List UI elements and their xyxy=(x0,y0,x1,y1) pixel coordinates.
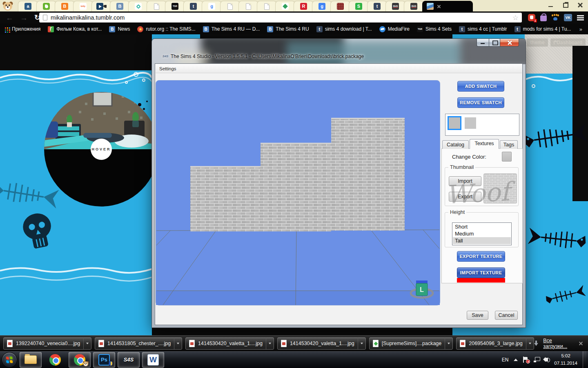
show-desktop-button[interactable] xyxy=(583,351,586,368)
download-item-menu-chevron[interactable] xyxy=(84,343,91,344)
bookmark-item[interactable]: ГФильм Кожа, в кот... xyxy=(48,26,102,32)
save-button[interactable]: Save xyxy=(467,311,488,320)
cancel-button[interactable]: Cancel xyxy=(495,311,518,320)
tumblr-dashboard-button[interactable]: Dashboard xyxy=(550,38,586,47)
add-swatch-button[interactable]: ADD SWATCH xyxy=(457,81,504,92)
browser-tab[interactable]: TSR xyxy=(165,1,185,11)
download-item-menu-chevron[interactable] xyxy=(526,343,534,344)
back-button[interactable]: ← xyxy=(6,14,13,22)
dog-avatar[interactable] xyxy=(2,0,13,11)
hidden-icons-chevron[interactable] xyxy=(514,359,518,361)
shopping-bag-extension-icon[interactable] xyxy=(540,16,547,21)
download-item[interactable]: [SupremeSims]....package xyxy=(369,337,453,350)
swatch-selected[interactable] xyxy=(448,116,461,130)
adblock-icon[interactable]: 1 xyxy=(528,14,535,21)
browser-tab[interactable]: g xyxy=(202,1,222,11)
taskbar-chrome-profile[interactable] xyxy=(69,352,91,368)
download-item[interactable]: 206954096_3_large.jpg xyxy=(456,337,534,350)
bookmark-item[interactable]: BThe Sims 4 RU — D... xyxy=(203,26,260,32)
volume-icon[interactable] xyxy=(545,358,548,361)
taskbar-explorer[interactable] xyxy=(20,352,42,368)
height-option-short[interactable]: Short xyxy=(453,223,511,230)
maximize-button[interactable] xyxy=(489,39,500,47)
browser-tab[interactable] xyxy=(36,1,56,11)
bookmark-item[interactable]: tsims 4 cc | Tumblr xyxy=(459,26,507,32)
browser-tab[interactable] xyxy=(275,1,295,11)
browser-tab[interactable]: B xyxy=(110,1,130,11)
tab-catalog[interactable]: Catalog xyxy=(442,140,469,149)
download-item-menu-chevron[interactable] xyxy=(174,343,182,344)
swatch[interactable] xyxy=(465,117,476,129)
bookmark-item[interactable]: BThe Sims 4 RU xyxy=(267,26,309,32)
browser-tab[interactable] xyxy=(128,1,148,11)
bookmark-item[interactable]: tmods for sims 4 | Tu... xyxy=(514,26,571,32)
height-option-medium[interactable]: Medium xyxy=(453,230,511,237)
browser-tab[interactable]: t xyxy=(367,1,387,11)
bookmarks-overflow-chevron[interactable]: » xyxy=(579,26,582,32)
paw-extension-icon[interactable] xyxy=(552,14,559,21)
browser-tab[interactable]: B xyxy=(55,1,75,11)
color-swatch-button[interactable] xyxy=(502,152,512,162)
browser-tab[interactable]: R xyxy=(294,1,314,11)
bookmark-item[interactable]: BNews xyxy=(109,26,130,32)
action-center-flag-icon[interactable] xyxy=(523,357,528,363)
browser-tab[interactable]: t xyxy=(183,1,203,11)
bookmark-item[interactable]: ★rutor.org :: The SIMS... xyxy=(137,26,195,32)
language-indicator[interactable]: EN xyxy=(502,357,509,363)
menu-settings[interactable]: Settings xyxy=(156,66,180,71)
download-item[interactable]: 1414530420_valetta_1....jpg xyxy=(185,337,274,350)
remove-swatch-button[interactable]: REMOVE SWATCH xyxy=(457,97,504,108)
show-all-downloads-link[interactable]: Все загрузки... xyxy=(543,338,572,349)
tab-textures[interactable]: Textures xyxy=(470,139,499,149)
downloads-bar-close-icon[interactable] xyxy=(579,341,582,346)
download-item[interactable]: 1392240740_venecia0....jpg xyxy=(3,337,91,350)
import-texture-button[interactable]: IMPORT TEXTURE xyxy=(457,267,505,278)
thumbnail-import-button[interactable]: Import xyxy=(449,176,481,186)
start-button[interactable] xyxy=(2,352,17,368)
browser-tab[interactable]: a xyxy=(18,1,38,11)
browser-tab[interactable]: S xyxy=(349,1,369,11)
download-item-menu-chevron[interactable] xyxy=(266,343,274,344)
browser-tab[interactable] xyxy=(220,1,240,11)
browser-tab[interactable] xyxy=(147,1,167,11)
download-item[interactable]: 1414531805_chester_....jpg xyxy=(95,337,182,350)
taskbar-word[interactable]: W xyxy=(142,352,164,368)
minimize-button[interactable] xyxy=(477,39,489,47)
bookmark-item[interactable]: MediaFire xyxy=(379,26,410,32)
network-icon[interactable] xyxy=(534,357,540,362)
export-texture-button[interactable]: EXPORT TEXTURE xyxy=(457,251,505,262)
download-item[interactable]: 1414530420_valetta_1....jpg xyxy=(277,337,366,350)
model-viewport[interactable]: L xyxy=(156,80,440,305)
taskbar-photoshop[interactable]: Ps xyxy=(93,352,115,368)
clock[interactable]: 5:02 07.11.2014 xyxy=(554,352,577,367)
hover-badge[interactable]: HOVER xyxy=(91,139,112,160)
tab-tags[interactable]: Tags xyxy=(500,140,518,149)
browser-minimize-icon[interactable] xyxy=(546,2,556,8)
browser-tab[interactable]: g xyxy=(312,1,332,11)
thumbnail-export-button[interactable]: Export xyxy=(449,192,481,202)
height-listbox[interactable]: ShortMediumTall xyxy=(452,222,512,245)
bookmark-item[interactable]: tsims 4 download | T... xyxy=(316,26,372,32)
tumblr-theme-button[interactable]: theme xyxy=(527,38,548,47)
window-titlebar[interactable] xyxy=(152,39,526,64)
avatar-hover-overlay[interactable]: HOVER xyxy=(44,92,158,206)
browser-tab-active[interactable] xyxy=(422,1,473,11)
close-button[interactable] xyxy=(500,39,519,47)
taskbar-s4s[interactable]: S4S xyxy=(118,352,140,368)
bookmark-item[interactable]: TSRSims 4 Sets xyxy=(417,26,452,32)
browser-tab[interactable]: BHS xyxy=(404,1,424,11)
browser-tab[interactable] xyxy=(257,1,277,11)
taskbar-chrome[interactable] xyxy=(44,352,66,368)
bookmark-item[interactable]: Приложения xyxy=(3,26,40,32)
download-item-menu-chevron[interactable] xyxy=(358,343,365,344)
vk-extension-icon[interactable]: VK xyxy=(564,14,572,21)
browser-tab[interactable] xyxy=(330,1,350,11)
tab-close-icon[interactable] xyxy=(437,4,441,9)
download-item-menu-chevron[interactable] xyxy=(445,343,452,344)
bookmark-star-icon[interactable]: ☆ xyxy=(512,13,519,22)
browser-restore-icon[interactable] xyxy=(560,2,571,8)
height-option-tall[interactable]: Tall xyxy=(453,237,511,244)
browser-tab[interactable]: BHS xyxy=(385,1,405,11)
browser-menu-icon[interactable] xyxy=(577,15,584,20)
browser-tab[interactable] xyxy=(91,1,111,11)
